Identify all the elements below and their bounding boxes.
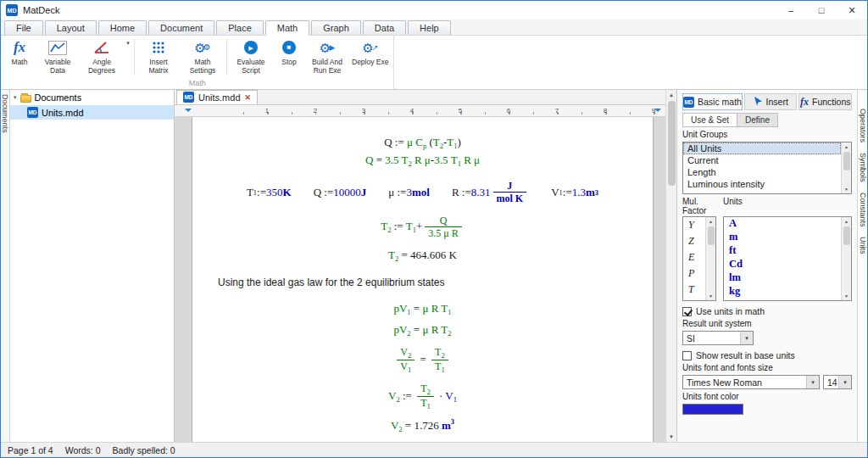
scroll-down-icon[interactable]: ▼ xyxy=(706,292,715,300)
unit-ft[interactable]: ft xyxy=(724,244,841,258)
scroll-up-icon[interactable]: ▲ xyxy=(842,217,851,226)
ribbon-button-evaluate-script[interactable]: ▶Evaluate Script xyxy=(229,36,273,79)
list-scrollbar[interactable]: ▲▼ xyxy=(705,217,715,300)
unit-cd[interactable]: Cd xyxy=(724,258,841,271)
unit-group-luminous-intensity[interactable]: Luminous intensity xyxy=(683,178,841,190)
math-run: mol xyxy=(412,186,430,199)
ribbon-tab-layout[interactable]: Layout xyxy=(45,20,97,35)
ribbon-tab-math[interactable]: Math xyxy=(265,20,309,36)
minimize-button[interactable]: – xyxy=(776,1,806,20)
ribbon-tab-data[interactable]: Data xyxy=(363,20,406,35)
scroll-down-icon[interactable]: ▼ xyxy=(842,185,851,193)
scroll-up-icon[interactable]: ▲ xyxy=(666,90,676,100)
unit-a[interactable]: A xyxy=(724,217,841,231)
side-tab-symbols[interactable]: Symbols xyxy=(859,153,867,182)
ribbon-tab-graph[interactable]: Graph xyxy=(311,20,361,35)
main-area: Documents ▾ Documents MDUnits.mdd MD Uni… xyxy=(1,90,867,442)
math-run: 1 xyxy=(408,366,411,374)
side-tab-operators[interactable]: Operators xyxy=(859,109,867,142)
ribbon-tab-file[interactable]: File xyxy=(4,20,43,35)
base-units-row[interactable]: Show result in base units xyxy=(682,350,852,360)
scroll-thumb[interactable] xyxy=(708,226,715,245)
ribbon-button-variable-data[interactable]: Variable Data xyxy=(36,36,80,79)
panel-tab-functions[interactable]: fxFunctions xyxy=(798,93,852,110)
mul-factor-z[interactable]: Z xyxy=(683,233,705,249)
ribbon-button-deploy-exe[interactable]: ⚙↗Deploy Exe xyxy=(349,36,391,79)
document-page[interactable]: Q := μ Cp (T2-T1)Q = 3.5 T2 R μ-3.5 T1 R… xyxy=(192,117,654,442)
unit-group-current[interactable]: Current xyxy=(683,154,841,166)
status-spelling: Badly spelled: 0 xyxy=(113,445,175,455)
unit-kg[interactable]: kg xyxy=(724,285,841,299)
chevron-down-icon[interactable]: ▾ xyxy=(806,376,819,388)
base-units-checkbox[interactable] xyxy=(682,351,692,360)
units-list[interactable]: AmftCdlmkg▲▼ xyxy=(723,216,852,301)
math-run: R := xyxy=(452,186,471,199)
mul-factor-p[interactable]: P xyxy=(683,265,705,282)
ribbon-tab-home[interactable]: Home xyxy=(98,20,147,35)
list-scrollbar[interactable]: ▲▼ xyxy=(841,142,851,193)
mul-factor-y[interactable]: Y xyxy=(683,217,705,233)
use-units-checkbox[interactable] xyxy=(682,307,692,316)
chevron-down-icon[interactable]: ▾ xyxy=(124,36,132,79)
ribbon-tab-place[interactable]: Place xyxy=(216,20,264,35)
document-tab-label: Units.mdd xyxy=(198,92,241,103)
close-button[interactable]: ✕ xyxy=(837,1,867,20)
units-font-color-swatch[interactable] xyxy=(682,404,743,415)
unit-group-length[interactable]: Length xyxy=(683,166,841,178)
units-font-select[interactable]: Times New Roman ▾ xyxy=(682,375,820,389)
unit-m[interactable]: m xyxy=(724,231,841,244)
math-line: pV2 = μ R T2 xyxy=(192,323,653,338)
ribbon-button-math[interactable]: fxMath xyxy=(3,36,36,79)
unit-group-all-units[interactable]: All Units xyxy=(683,142,841,154)
unit-groups-list[interactable]: All UnitsCurrentLengthLuminous intensity… xyxy=(682,142,852,194)
ribbon-button-label: Evaluate Script xyxy=(231,59,270,75)
tab-close-icon[interactable]: ✕ xyxy=(245,93,252,102)
expander-icon[interactable]: ▾ xyxy=(14,94,17,101)
list-scrollbar[interactable]: ▲▼ xyxy=(841,217,851,300)
scroll-thumb[interactable] xyxy=(843,152,850,170)
documents-side-tab[interactable]: Documents xyxy=(1,90,10,442)
ribbon-button-angle-degrees[interactable]: Angle Degrees xyxy=(80,36,124,79)
math-run: = xyxy=(417,352,429,365)
chevron-down-icon[interactable]: ▾ xyxy=(838,376,851,388)
tree-item-units-mdd[interactable]: MDUnits.mdd xyxy=(10,105,174,120)
mul-factor-t[interactable]: T xyxy=(683,282,705,298)
mul-factor-e[interactable]: E xyxy=(683,249,705,265)
ribbon-tab-document[interactable]: Document xyxy=(148,20,214,35)
scroll-down-icon[interactable]: ▼ xyxy=(842,292,851,300)
panel-tab-insert[interactable]: Insert xyxy=(744,93,798,110)
tree-root-documents[interactable]: ▾ Documents xyxy=(10,90,174,105)
fraction: V2V1 xyxy=(397,346,415,374)
panel-tab-basic-math[interactable]: MDBasic math xyxy=(682,93,743,110)
math-run: := xyxy=(400,388,415,401)
side-tab-constants[interactable]: Constants xyxy=(859,193,867,227)
document-tab-units[interactable]: MD Units.mdd ✕ xyxy=(176,90,258,104)
scroll-thumb[interactable] xyxy=(843,226,850,245)
font-size-select[interactable]: 14 ▾ xyxy=(823,375,852,389)
vertical-scrollbar[interactable]: ▲ ▼ xyxy=(665,90,676,442)
build-run-icon: ⚙▶ xyxy=(320,37,335,58)
left-margin-marker[interactable] xyxy=(185,109,192,115)
use-units-row[interactable]: Use units in math xyxy=(682,306,852,316)
ribbon-button-stop[interactable]: ■Stop xyxy=(273,36,305,79)
side-tab-units[interactable]: Units xyxy=(859,237,867,254)
subtab-use-set[interactable]: Use & Set xyxy=(682,113,737,127)
subtab-define[interactable]: Define xyxy=(737,113,778,127)
result-unit-system-select[interactable]: SI ▾ xyxy=(682,331,754,345)
unit-lm[interactable]: lm xyxy=(724,271,841,285)
chevron-down-icon[interactable]: ▾ xyxy=(740,332,753,344)
ribbon-button-insert-matrix[interactable]: Insert Matrix xyxy=(136,36,181,79)
ribbon-button-build-and-run-exe[interactable]: ⚙▶Build And Run Exe xyxy=(305,36,349,79)
ribbon-tab-help[interactable]: Help xyxy=(408,20,451,35)
scroll-up-icon[interactable]: ▲ xyxy=(706,217,715,226)
panel-tab-label: Insert xyxy=(766,97,788,107)
fraction: T2T1 xyxy=(431,346,448,374)
mul-factor-list[interactable]: YZEPT▲▼ xyxy=(682,216,716,301)
units-font-color-label: Units font color xyxy=(682,392,852,401)
scroll-up-icon[interactable]: ▲ xyxy=(842,142,851,151)
math-run: mol K xyxy=(497,193,524,204)
scroll-down-icon[interactable]: ▼ xyxy=(666,432,676,442)
deploy-icon: ⚙↗ xyxy=(362,37,378,58)
ribbon-button-math-settings[interactable]: ⚙⚙Math Settings xyxy=(181,36,225,79)
maximize-button[interactable]: □ xyxy=(806,1,837,20)
